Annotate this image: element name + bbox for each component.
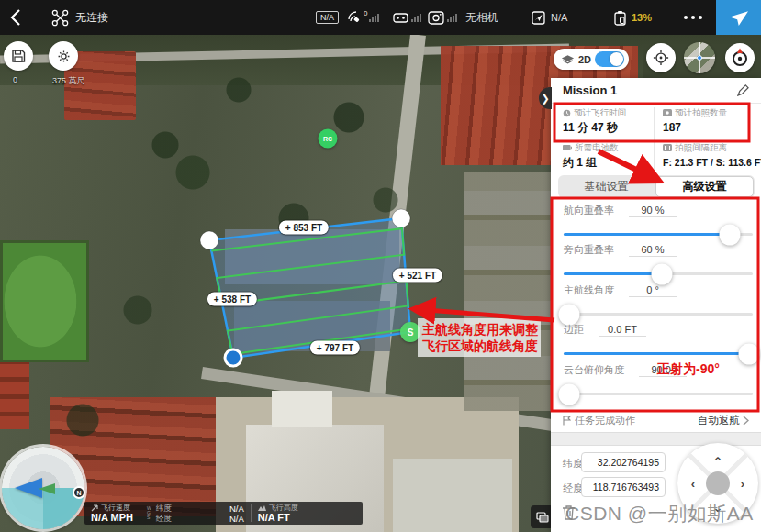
dpad-up-button[interactable]: ⌃	[713, 455, 723, 469]
more-dots-icon	[684, 16, 702, 19]
camera-signal-bars-icon	[447, 14, 457, 22]
mission-settings-panel: Mission 1 预计飞行时间 11 分 47 秒 预计拍照数量 187 所需…	[551, 78, 761, 532]
aircraft-battery-value: N/A	[551, 12, 567, 23]
aircraft-battery-icon	[531, 10, 546, 26]
slider-track[interactable]	[564, 272, 753, 275]
settings-tabs: 基础设置 高级设置	[558, 175, 755, 198]
interval-icon	[663, 144, 672, 151]
save-mission-button[interactable]	[4, 41, 33, 71]
clock-icon	[563, 109, 571, 117]
north-indicator: N	[73, 486, 85, 499]
battery-percent: 13%	[632, 12, 652, 23]
slider-knob[interactable]	[720, 224, 741, 245]
edge-distance-label: + 853 FT	[279, 221, 329, 235]
satellite-status: 0	[347, 0, 379, 35]
wgs-label: WGS	[147, 504, 151, 524]
gps-readout: WGS 纬度N/A 经度N/A	[140, 502, 251, 525]
slider-value-input[interactable]: 60 %	[629, 244, 677, 257]
edge-distance-label: + 521 FT	[393, 269, 442, 283]
map-scale-origin: 0	[13, 75, 17, 84]
camera-signal: 无相机	[428, 0, 498, 35]
map-mode-toggle[interactable]: 2D	[554, 49, 629, 70]
back-button[interactable]	[9, 0, 22, 35]
speed-readout: 飞行速度 N/A MPH	[84, 502, 140, 525]
slider-track[interactable]	[564, 352, 753, 355]
slider-value-input[interactable]: 0 °	[629, 284, 677, 297]
tab-advanced-settings[interactable]: 高级设置	[655, 176, 754, 197]
tab-basic-settings[interactable]: 基础设置	[558, 175, 655, 198]
satellite-signal-bars-icon	[369, 14, 379, 22]
aircraft-status[interactable]: 无连接	[51, 0, 108, 35]
stat-flight-time: 预计飞行时间 11 分 47 秒	[563, 107, 653, 135]
gps-mode: N/A	[316, 0, 339, 35]
compass-icon	[729, 47, 751, 69]
slider-track[interactable]	[564, 233, 753, 236]
slider-route-angle: 主航线角度0 °	[564, 283, 753, 316]
home-direction-arrow-icon	[39, 483, 55, 494]
more-button[interactable]	[684, 0, 702, 35]
divider	[654, 107, 655, 173]
layers-icon	[561, 54, 575, 65]
camera-icon	[428, 11, 444, 25]
minimap-button[interactable]	[684, 42, 715, 73]
mission-settings-button[interactable]	[49, 41, 78, 71]
rc-signal	[393, 0, 421, 35]
satellite-icon	[347, 10, 362, 25]
slider-knob[interactable]	[559, 383, 580, 405]
dpad-right-button[interactable]: ›	[741, 477, 744, 491]
gps-mode-value: N/A	[316, 11, 339, 24]
battery-status: 13%	[613, 0, 652, 35]
rc-location-marker: RC	[319, 129, 338, 149]
latitude-input[interactable]: 32.202764195	[581, 452, 666, 472]
slider-knob[interactable]	[652, 263, 673, 284]
compass-orientation-button[interactable]	[725, 43, 755, 72]
flag-icon	[563, 416, 571, 426]
slider-knob[interactable]	[738, 343, 759, 364]
edge-distance-label: + 797 FT	[310, 341, 360, 355]
stat-battery-count: 所需电池数 约 1 组	[563, 142, 653, 170]
drone-icon	[51, 9, 69, 27]
longitude-input[interactable]: 118.716763493	[581, 477, 666, 497]
battery-count-icon	[563, 144, 572, 151]
divider	[551, 432, 761, 446]
finish-action-row[interactable]: 任务完成动作 自动返航	[563, 414, 749, 427]
back-chevron-icon	[9, 8, 22, 27]
battery-icon	[613, 10, 627, 26]
speed-arrow-icon	[91, 504, 98, 512]
map-mode-label: 2D	[578, 54, 591, 65]
connection-status: 无连接	[75, 10, 108, 26]
slider-course-overlap: 航向重叠率90 %	[564, 204, 753, 236]
route-angle-annotation: 主航线角度用来调整 飞行区域的航线角度	[418, 318, 541, 357]
rc-signal-bars-icon	[411, 14, 421, 22]
latitude-label: 纬度	[563, 457, 583, 471]
photo-icon	[663, 109, 672, 116]
save-icon	[11, 49, 26, 63]
top-status-bar: 无连接 N/A 0 无相机 N/A	[0, 0, 761, 35]
stat-photo-count: 预计拍照数量 187	[663, 107, 753, 135]
remote-controller-icon	[393, 12, 408, 24]
camera-status: 无相机	[465, 10, 498, 26]
edit-pencil-icon[interactable]	[737, 84, 749, 96]
minimap-position-dot	[697, 55, 702, 61]
map-style-icon	[536, 512, 549, 523]
chevron-right-icon	[743, 416, 749, 426]
watermark: CSDN @一别如斯AA	[565, 501, 754, 526]
satellite-count: 0	[364, 9, 367, 17]
takeoff-button[interactable]	[716, 0, 761, 35]
map-scale-label: 375 英尺	[52, 75, 85, 87]
slider-knob[interactable]	[559, 304, 580, 325]
airplane-icon	[728, 6, 750, 28]
attitude-compass	[2, 447, 84, 529]
mission-title: Mission 1	[563, 83, 617, 97]
locate-crosshair-icon	[653, 50, 669, 66]
dpad-left-button[interactable]: ‹	[691, 477, 695, 491]
dpad-center-button[interactable]	[706, 471, 730, 495]
locate-button[interactable]	[646, 43, 676, 72]
annotation-line: 主航线角度用来调整	[422, 321, 536, 338]
slider-value-input[interactable]: 90 %	[629, 205, 677, 217]
slider-track[interactable]	[564, 313, 753, 316]
slider-side-overlap: 旁向重叠率60 %	[564, 243, 753, 275]
map-2d-switch[interactable]	[595, 51, 624, 67]
slider-track[interactable]	[564, 393, 753, 395]
slider-value-input[interactable]: 0.0 FT	[599, 324, 646, 337]
